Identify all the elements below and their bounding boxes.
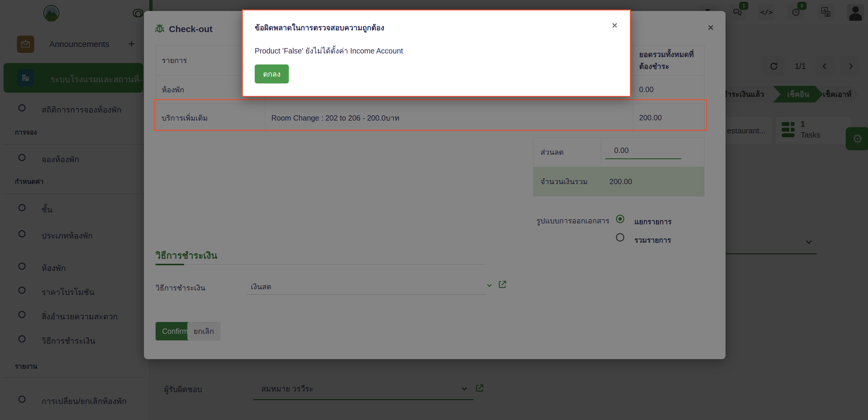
error-dialog-close-button[interactable]: × xyxy=(612,20,617,31)
error-dialog-ok-button[interactable]: ตกลง xyxy=(255,64,289,84)
validation-highlight-border xyxy=(154,99,707,131)
error-dialog-title: ข้อผิดพลาดในการตรวจสอบความถูกต้อง xyxy=(255,22,384,34)
validation-error-dialog: ข้อผิดพลาดในการตรวจสอบความถูกต้อง × Prod… xyxy=(242,9,631,97)
error-dialog-message: Product 'False' ยังไม่ได้ตั้งค่า Income … xyxy=(255,45,403,57)
screen: Announcements + ระบบโรงแรมและสถานที่— สถ… xyxy=(0,0,868,420)
